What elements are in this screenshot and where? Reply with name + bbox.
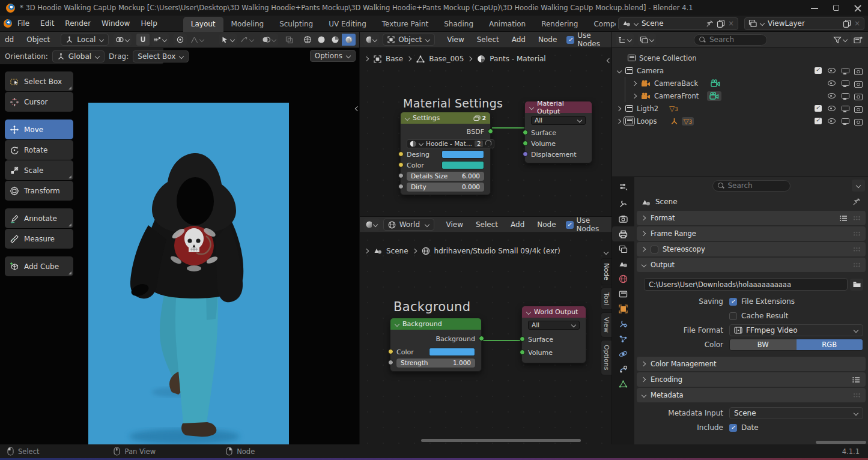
output-node-header[interactable]: World Output	[522, 306, 586, 318]
minimize-button[interactable]	[810, 4, 819, 12]
show-overlays-dropdown[interactable]	[260, 34, 278, 46]
disable-render-icon[interactable]	[854, 118, 862, 125]
tool-scale[interactable]: Scale	[5, 160, 73, 180]
volume-socket[interactable]	[523, 141, 528, 146]
panel-stereoscopy[interactable]: Stereoscopy	[637, 242, 866, 256]
tab-physics[interactable]	[612, 347, 634, 362]
scene-selector[interactable]: Scene ×	[618, 17, 738, 30]
breadcrumb-material[interactable]: Pants - Material	[490, 55, 545, 63]
disable-render-icon[interactable]	[854, 92, 862, 100]
expand-closed-icon[interactable]	[633, 81, 637, 86]
snap-toggle[interactable]	[136, 34, 150, 46]
new-collection-button[interactable]	[851, 34, 864, 46]
panel-frame-range[interactable]: Frame Range	[637, 226, 866, 241]
properties-search[interactable]: Search	[712, 180, 791, 192]
tool-measure[interactable]: Measure	[5, 229, 73, 249]
color-input-socket[interactable]	[388, 349, 393, 354]
pin-icon[interactable]	[706, 20, 714, 28]
camera-view[interactable]	[88, 103, 289, 444]
drag-grip[interactable]	[853, 393, 861, 398]
expand-closed-icon[interactable]	[642, 231, 646, 236]
tab-modifiers[interactable]	[612, 316, 634, 331]
node-material-settings-group[interactable]: Settings 2 BSDF Hoodie - Mat... 2	[400, 112, 491, 195]
panel-format[interactable]: Format	[637, 211, 866, 225]
surface-socket[interactable]	[520, 336, 525, 342]
details-size-socket[interactable]	[398, 173, 404, 178]
tab-object[interactable]	[612, 301, 634, 316]
editor-type-dropdown[interactable]	[363, 219, 380, 231]
show-gizmo-dropdown[interactable]	[219, 34, 237, 46]
tab-collection[interactable]	[612, 286, 634, 301]
expand-closed-icon[interactable]	[642, 216, 646, 220]
horizontal-scrollbar[interactable]	[421, 439, 581, 442]
properties-scrollbar[interactable]	[816, 441, 866, 444]
disable-viewport-icon[interactable]	[841, 92, 849, 100]
bsdf-output-socket[interactable]	[488, 129, 493, 134]
tool-transform[interactable]: Transform	[5, 181, 73, 201]
use-nodes-checkbox[interactable]	[566, 221, 574, 229]
node-world-output[interactable]: World Output All Surface Volume	[521, 306, 586, 363]
shading-solid-button[interactable]	[314, 34, 328, 46]
rgb-button[interactable]: RGB	[797, 339, 863, 350]
tool-cursor[interactable]: Cursor	[5, 92, 73, 112]
tab-particles[interactable]	[612, 331, 634, 347]
material-selector[interactable]: Hoodie - Mat... 2	[407, 139, 494, 148]
tab-render[interactable]	[612, 211, 634, 226]
expand-open-icon[interactable]	[642, 393, 646, 398]
strength-socket[interactable]	[388, 360, 393, 365]
add-menu-clipped[interactable]: dd	[4, 34, 19, 46]
selectable-checkbox[interactable]	[815, 118, 822, 125]
node-material-output[interactable]: Material Output All Surface Volume Displ…	[524, 101, 592, 163]
select-menu[interactable]: Select	[472, 34, 505, 46]
row-label[interactable]: CameraFront	[654, 92, 699, 100]
shader-editor-material[interactable]: Object View Select Add Node Use Nodes Ba…	[360, 32, 612, 216]
tab-texture-paint[interactable]: Texture Paint	[374, 17, 436, 32]
chevron-down-icon[interactable]	[529, 105, 534, 110]
proportional-edit-toggle[interactable]	[174, 34, 187, 46]
filter-dropdown[interactable]	[831, 34, 849, 46]
viewport-canvas[interactable]: Select Box Cursor Move Rotate Scale	[0, 64, 359, 444]
chevron-down-icon[interactable]	[419, 141, 423, 146]
tool-rotate[interactable]: Rotate	[5, 140, 73, 160]
output-target-dropdown[interactable]: All	[528, 321, 580, 330]
tool-annotate[interactable]: Annotate	[5, 208, 73, 228]
disable-viewport-icon[interactable]	[841, 105, 849, 112]
tab-object-data[interactable]	[612, 377, 634, 392]
group-node-header[interactable]: Settings 2	[401, 112, 490, 124]
remove-viewlayer-icon[interactable]: ×	[854, 19, 860, 28]
hide-viewport-icon[interactable]	[828, 118, 836, 124]
tab-tool[interactable]	[612, 196, 634, 211]
fake-user-shield-icon[interactable]	[485, 141, 491, 147]
expand-closed-icon[interactable]	[642, 377, 646, 382]
hide-viewport-icon[interactable]	[828, 68, 836, 73]
row-label[interactable]: Camera	[637, 67, 664, 75]
disable-render-icon[interactable]	[854, 105, 862, 112]
row-label[interactable]: Loops	[637, 117, 657, 126]
tool-move[interactable]: Move	[5, 120, 73, 139]
chevron-down-icon[interactable]	[760, 21, 765, 26]
background-color-swatch[interactable]	[429, 348, 475, 356]
bw-button[interactable]: BW	[730, 339, 797, 350]
displacement-socket[interactable]	[523, 151, 528, 157]
viewlayer-selector[interactable]: ViewLayer ×	[744, 17, 864, 30]
menu-file[interactable]: File	[12, 17, 35, 29]
snap-target-dropdown[interactable]	[151, 34, 169, 46]
disable-viewport-icon[interactable]	[841, 118, 849, 125]
transform-orientation-dropdown[interactable]: Local	[61, 34, 109, 46]
xray-toggle[interactable]	[282, 34, 296, 46]
hide-viewport-icon[interactable]	[828, 80, 836, 86]
cache-result-checkbox[interactable]	[729, 312, 737, 320]
date-checkbox[interactable]	[729, 424, 737, 432]
details-size-slider[interactable]: Details Size 6.000	[407, 172, 484, 181]
sidebar-tab-tool[interactable]: Tool	[601, 288, 612, 310]
view-menu[interactable]: View	[442, 34, 469, 46]
outliner-row-camerafront[interactable]: CameraFront	[625, 89, 868, 102]
panel-color-management[interactable]: Color Management	[637, 357, 866, 371]
metadata-input-dropdown[interactable]: Scene	[729, 407, 863, 419]
tab-uv-editing[interactable]: UV Editing	[321, 17, 374, 32]
tab-animation[interactable]: Animation	[481, 17, 533, 32]
shader-type-dropdown[interactable]: Object	[383, 34, 435, 46]
drag-grip[interactable]	[853, 262, 861, 267]
hide-viewport-icon[interactable]	[828, 106, 836, 111]
tab-layout[interactable]: Layout	[183, 17, 223, 32]
